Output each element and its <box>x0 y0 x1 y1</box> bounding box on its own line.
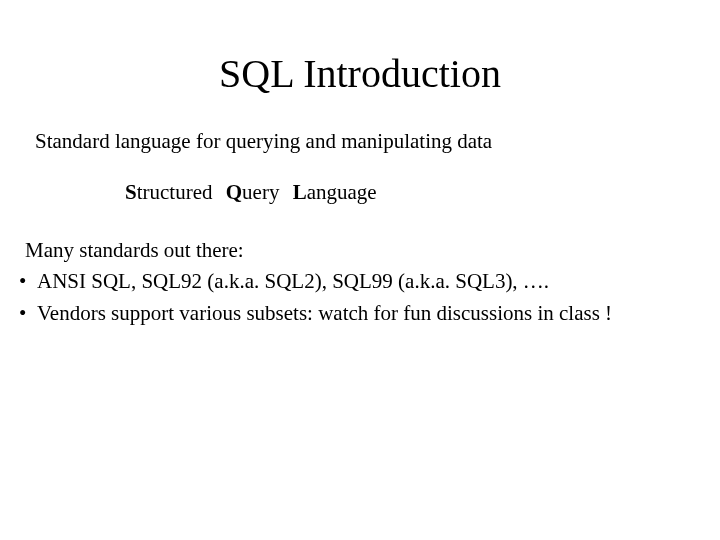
slide: SQL Introduction Standard language for q… <box>0 50 720 540</box>
acronym-q-bold: Q <box>226 180 242 204</box>
acronym-q-rest: uery <box>242 180 279 204</box>
standards-intro: Many standards out there: <box>25 236 700 265</box>
subtitle-text: Standard language for querying and manip… <box>35 127 700 156</box>
acronym-l-bold: L <box>293 180 307 204</box>
acronym-s-rest: tructured <box>137 180 213 204</box>
content-area: Standard language for querying and manip… <box>0 127 720 328</box>
bullet-list: ANSI SQL, SQL92 (a.k.a. SQL2), SQL99 (a.… <box>15 267 700 328</box>
acronym-line: Structured Query Language <box>125 178 700 207</box>
page-title: SQL Introduction <box>0 50 720 97</box>
acronym-s-bold: S <box>125 180 137 204</box>
list-item: Vendors support various subsets: watch f… <box>15 299 700 328</box>
acronym-l-rest: anguage <box>307 180 377 204</box>
list-item: ANSI SQL, SQL92 (a.k.a. SQL2), SQL99 (a.… <box>15 267 700 296</box>
